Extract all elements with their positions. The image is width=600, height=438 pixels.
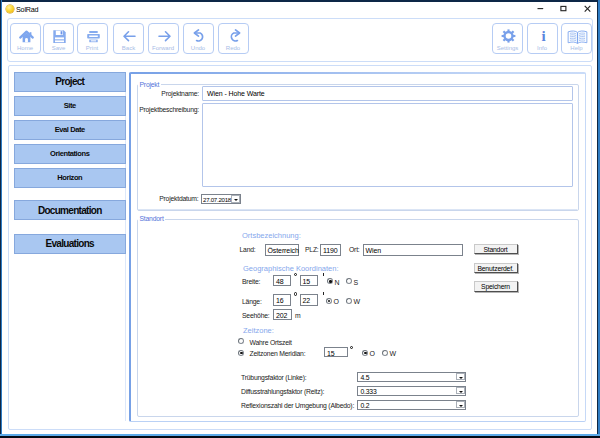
svg-text:i: i [541, 28, 545, 44]
